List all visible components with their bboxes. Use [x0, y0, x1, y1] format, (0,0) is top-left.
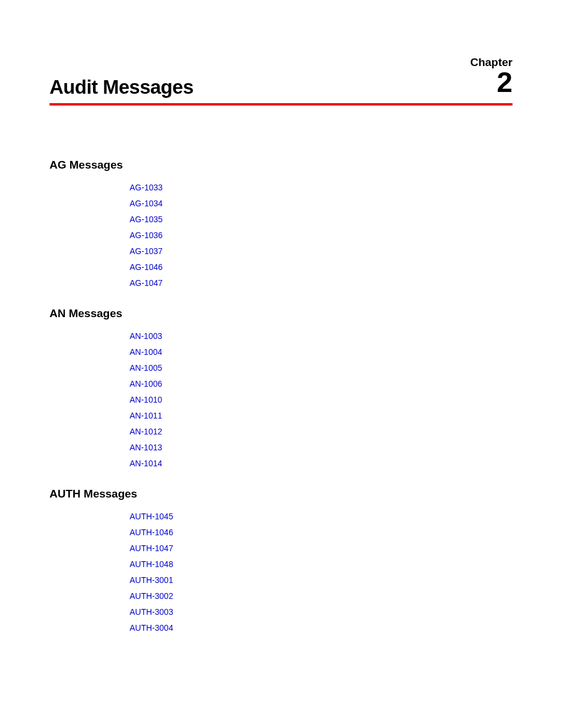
message-link[interactable]: AN-1004 [130, 348, 513, 356]
message-link[interactable]: AG-1033 [130, 183, 513, 192]
section-auth-messages: AUTH Messages AUTH-1045 AUTH-1046 AUTH-1… [49, 487, 513, 632]
message-link[interactable]: AG-1036 [130, 231, 513, 239]
message-link[interactable]: AN-1011 [130, 411, 513, 420]
message-link[interactable]: AUTH-3003 [130, 608, 513, 616]
chapter-header: Audit Messages Chapter 2 [49, 59, 513, 103]
link-list: AN-1003 AN-1004 AN-1005 AN-1006 AN-1010 … [49, 332, 513, 467]
message-link[interactable]: AUTH-1045 [130, 512, 513, 521]
section-heading: AUTH Messages [49, 487, 513, 500]
red-divider [49, 103, 513, 106]
message-link[interactable]: AG-1034 [130, 199, 513, 207]
message-link[interactable]: AN-1006 [130, 380, 513, 388]
link-list: AUTH-1045 AUTH-1046 AUTH-1047 AUTH-1048 … [49, 512, 513, 632]
chapter-number: 2 [470, 69, 513, 96]
page-container: Audit Messages Chapter 2 AG Messages AG-… [0, 0, 562, 632]
chapter-title: Audit Messages [49, 76, 193, 98]
section-ag-messages: AG Messages AG-1033 AG-1034 AG-1035 AG-1… [49, 159, 513, 287]
section-heading: AN Messages [49, 307, 513, 320]
section-an-messages: AN Messages AN-1003 AN-1004 AN-1005 AN-1… [49, 307, 513, 467]
section-heading: AG Messages [49, 159, 513, 172]
message-link[interactable]: AUTH-1046 [130, 528, 513, 536]
message-link[interactable]: AG-1035 [130, 215, 513, 223]
message-link[interactable]: AG-1047 [130, 279, 513, 287]
link-list: AG-1033 AG-1034 AG-1035 AG-1036 AG-1037 … [49, 183, 513, 287]
message-link[interactable]: AN-1013 [130, 443, 513, 452]
message-link[interactable]: AN-1005 [130, 364, 513, 372]
message-link[interactable]: AG-1037 [130, 247, 513, 255]
message-link[interactable]: AUTH-3002 [130, 592, 513, 600]
message-link[interactable]: AN-1003 [130, 332, 513, 340]
message-link[interactable]: AN-1010 [130, 396, 513, 404]
message-link[interactable]: AUTH-1048 [130, 560, 513, 568]
message-link[interactable]: AUTH-1047 [130, 544, 513, 552]
message-link[interactable]: AG-1046 [130, 263, 513, 271]
message-link[interactable]: AN-1012 [130, 427, 513, 436]
message-link[interactable]: AN-1014 [130, 459, 513, 467]
message-link[interactable]: AUTH-3004 [130, 624, 513, 632]
chapter-label-block: Chapter 2 [470, 57, 513, 96]
message-link[interactable]: AUTH-3001 [130, 576, 513, 584]
